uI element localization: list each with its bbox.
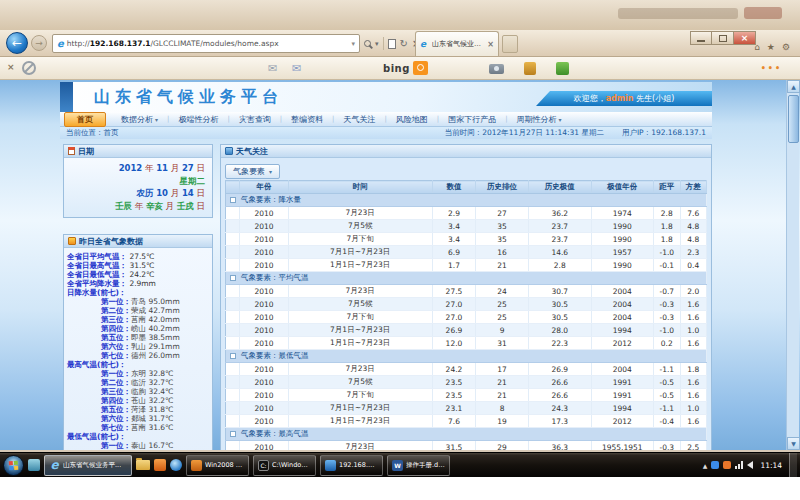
show-desktop-button[interactable] [789, 453, 797, 478]
rank-value: 临朐 32.4℃ [131, 387, 174, 396]
more-options-icon[interactable]: ••• [761, 64, 782, 73]
calendar-text: 日 [194, 163, 205, 173]
rank-value: 德州 26.0mm [131, 351, 180, 360]
rank-label: 第一位： [101, 441, 131, 450]
nav-item-6[interactable]: 风险地图 [387, 114, 437, 125]
mail-icon[interactable]: ✉ [268, 62, 277, 75]
taskbar-clock[interactable]: 11:14 [757, 461, 785, 470]
camera-icon[interactable] [489, 64, 504, 74]
cell: 2010 [240, 246, 288, 259]
hidden-icons-chevron-icon[interactable]: ▲ [703, 462, 708, 469]
row-checkbox-cell [226, 324, 240, 337]
cell: -0.5 [654, 376, 680, 389]
group-row-0[interactable]: 气象要素：降水量 [226, 194, 707, 207]
favorites-star-icon[interactable]: ★ [767, 42, 775, 52]
new-tab-button[interactable] [502, 35, 518, 53]
vm-icon [191, 460, 202, 471]
nav-item-2[interactable]: 极端性分析 [169, 114, 227, 125]
start-button[interactable] [3, 455, 24, 476]
explorer-folder-icon[interactable] [136, 460, 150, 470]
close-toolbar-icon[interactable]: × [7, 62, 15, 72]
cell: 7月1日~7月23日 [288, 324, 432, 337]
scrollbar-thumb[interactable] [788, 95, 799, 143]
pinned-browser-icon[interactable] [170, 459, 182, 471]
user-ip: 用户IP：192.168.137.1 [622, 128, 706, 138]
maximize-button[interactable] [712, 31, 734, 45]
browser-back-button[interactable]: ← [6, 32, 28, 54]
ie-page-icon: e [57, 38, 64, 49]
cell: -1.0 [654, 246, 680, 259]
scroll-up-icon[interactable]: ▲ [787, 80, 800, 93]
group-checkbox[interactable] [230, 353, 236, 359]
calendar-text: 年 [132, 201, 146, 211]
table-row: 20107月5候3.43523.719901.84.8 [226, 220, 707, 233]
address-dropdown-icon[interactable]: ▾ [351, 40, 355, 48]
tray-app-icon-blue[interactable] [711, 461, 719, 469]
address-bar[interactable]: e http://192.168.137.1/GLCCLIMATE/module… [52, 34, 360, 53]
cell: 2012 [591, 337, 654, 350]
compatibility-view-icon[interactable] [388, 39, 396, 49]
calendar-text: 月 [168, 188, 182, 198]
network-icon[interactable] [735, 461, 743, 469]
nav-item-4[interactable]: 整编资料 [282, 114, 332, 125]
search-icon[interactable] [364, 40, 371, 47]
cell: 1.6 [680, 311, 707, 324]
close-button[interactable]: × [734, 31, 756, 45]
taskbar-window-vm[interactable]: Win2008 (VS2... [186, 455, 249, 476]
gear-icon[interactable]: ⚙ [782, 42, 790, 52]
home-icon[interactable]: ⌂ [754, 42, 760, 52]
element-filter-button[interactable]: 气象要素▾ [225, 164, 280, 179]
taskbar-window-word[interactable]: W操作手册.docx... [387, 455, 450, 476]
nav-item-7[interactable]: 国家下行产品 [439, 114, 505, 125]
row-checkbox-cell [226, 259, 240, 272]
tray-app-icon-orange[interactable] [723, 461, 731, 469]
chevron-down-icon: ▾ [155, 116, 158, 123]
cell: 31.5 [432, 441, 475, 451]
nav-item-8[interactable]: 周期性分析▾ [508, 114, 571, 125]
refresh-icon[interactable]: ↻ [400, 38, 408, 49]
cell: 26.9 [432, 324, 475, 337]
row-checkbox-cell [226, 402, 240, 415]
calendar-panel: 日期 2012 年 11 月 27 日星期二农历 10 月 14 日壬辰 年 辛… [63, 144, 213, 218]
search-dropdown-icon[interactable]: ▾ [375, 40, 379, 48]
scroll-down-icon[interactable]: ▼ [787, 437, 800, 450]
group-checkbox[interactable] [230, 275, 236, 281]
cell: 2010 [240, 220, 288, 233]
toolbar-addon-icon[interactable] [524, 62, 536, 75]
nav-item-1[interactable]: 数据分析▾ [112, 114, 167, 125]
taskbar-window-ie[interactable]: e山东省气候业务平... [44, 455, 132, 476]
pinned-app-icon[interactable] [28, 459, 40, 471]
nav-item-0[interactable]: 首页 [64, 112, 106, 127]
browser-forward-button[interactable]: → [31, 35, 47, 51]
taskbar-window-rdp[interactable]: 192.168.58.99... [320, 455, 383, 476]
rdp-icon [325, 460, 336, 471]
cell: 23.1 [432, 402, 475, 415]
group-checkbox[interactable] [230, 197, 236, 203]
toolbar-addon-icon-2[interactable] [556, 62, 569, 75]
pinned-app-icon-orange[interactable] [154, 459, 166, 471]
minimize-button[interactable] [690, 31, 712, 45]
bing-search-icon[interactable] [413, 61, 428, 75]
page-scrollbar[interactable]: ▲ ▼ [786, 80, 799, 450]
rank-value: 泰山 16.7℃ [131, 441, 174, 450]
cell: 2010 [240, 233, 288, 246]
group-row-1[interactable]: 气象要素：平均气温 [226, 272, 707, 285]
bing-search-widget[interactable]: bing [383, 61, 428, 75]
tab-close-icon[interactable]: × [487, 40, 494, 49]
cell: 2010 [240, 441, 288, 451]
cell: 7月5候 [288, 298, 432, 311]
group-row-3[interactable]: 气象要素：最高气温 [226, 428, 707, 441]
stat-value: 31.5℃ [127, 261, 155, 270]
group-row-2[interactable]: 气象要素：最低气温 [226, 350, 707, 363]
taskbar-window-cmd[interactable]: C:C:\Windows\s... [253, 455, 316, 476]
nav-item-3[interactable]: 灾害查询 [230, 114, 280, 125]
mail-icon-2[interactable]: ✉ [292, 62, 301, 75]
group-checkbox[interactable] [230, 431, 236, 437]
stat-label: 全省日最高气温： [67, 261, 127, 270]
nav-item-5[interactable]: 天气关注 [334, 114, 384, 125]
browser-tab[interactable]: e 山东省气候业务平... × [415, 31, 499, 56]
cell: 1990 [591, 233, 654, 246]
rank-item: 第六位：郯城 31.7℃ [67, 414, 209, 423]
volume-icon[interactable] [747, 461, 753, 469]
rank-label: 第三位： [101, 387, 131, 396]
